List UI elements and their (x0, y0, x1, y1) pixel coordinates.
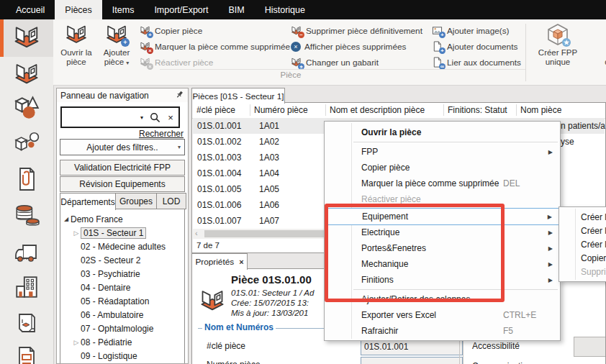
sidebar-item-reports[interactable] (0, 342, 53, 364)
column-header-finitions[interactable]: Finitions: Statut (448, 105, 507, 115)
room-add-icon: + (105, 23, 128, 46)
tab-import-export[interactable]: Import/Export (144, 0, 218, 19)
search-link[interactable]: Rechercher (139, 129, 184, 139)
show-deleted-button[interactable]: × Afficher pièces supprimées (291, 40, 406, 54)
search-box: ▾ × (60, 106, 180, 128)
submenu-item[interactable]: Créer li (560, 224, 606, 237)
add-documents-button[interactable]: + Ajouter documents (432, 40, 517, 54)
open-room-button[interactable]: Ouvrir la pièce (56, 22, 96, 83)
tab-historique[interactable]: Historique (255, 0, 315, 19)
expand-icon[interactable]: ▷ (72, 339, 81, 346)
ribbon-group-label: Pièce (269, 70, 312, 79)
tab-departements[interactable]: Départements (60, 193, 116, 210)
sidebar-item-buildings[interactable] (0, 270, 53, 305)
properties-tab[interactable]: Propriétés × (191, 253, 248, 270)
sidebar-item-rooms[interactable] (0, 19, 53, 57)
menu-item-export-excel[interactable]: Exporter vers ExcelCTRL+E (325, 307, 559, 323)
sidebar-item-finance[interactable] (0, 199, 53, 233)
sidebar-item-products[interactable] (0, 306, 53, 341)
column-header-name-desc[interactable]: Nom et description pièce (330, 105, 425, 115)
menu-item-open-room[interactable]: Ouvrir la pièce (325, 124, 559, 140)
sidebar-item-linked-items[interactable] (0, 127, 53, 161)
tree-item[interactable]: ▷01S - Secteur 1 (62, 226, 184, 240)
add-filters-dropdown[interactable]: Ajouter des filtres.. ▾ (60, 139, 185, 155)
reactivate-room-button[interactable]: × Réactiver pièce (140, 55, 213, 70)
rooms-table-tab[interactable]: Pièces [01S - Secteur 1] (191, 88, 285, 104)
tree-item[interactable]: 09 - Logistique (62, 349, 184, 363)
document-link-icon: ∞ (432, 57, 443, 68)
copy-room-button[interactable]: + Copier pièce (140, 24, 202, 38)
dropdown-arrow-icon: ▾ (178, 144, 181, 150)
package-icon (14, 310, 40, 338)
room-icon (65, 23, 88, 46)
column-header-key[interactable]: #clé pièce (196, 105, 235, 115)
tree-item-root[interactable]: ◢Demo France (62, 212, 184, 226)
submenu-arrow-icon: ▶ (548, 149, 553, 155)
add-images-button[interactable]: + Ajouter image(s) (432, 24, 510, 38)
tab-lod[interactable]: LOD (156, 193, 186, 209)
tree-item[interactable]: 03 - Psychiatrie (62, 267, 184, 281)
tree-item[interactable]: 06 - Ambulatoire (62, 308, 184, 322)
sidebar-item-logistics[interactable] (0, 236, 53, 270)
submenu-item[interactable]: Copier (560, 251, 606, 265)
cube-star-icon: ★ (546, 23, 569, 46)
field-label-number: Numéro pièce (207, 360, 261, 364)
menu-item-fpp[interactable]: FPP▶ (325, 144, 559, 160)
room-delete-icon: × (140, 41, 151, 53)
tree-item[interactable]: 02 - Médecine adultes (62, 240, 184, 253)
pin-icon[interactable] (175, 90, 184, 101)
room-subtitle-created: Crée: 15/07/2015 13: (231, 299, 309, 307)
column-header-number[interactable]: Numéro pièce (254, 105, 308, 115)
mark-deleted-button[interactable]: × Marquer la pièce comme supprimée (140, 40, 290, 54)
saved-filter-validation[interactable]: Validation Electricité FPP (60, 160, 185, 176)
change-template-button[interactable]: ± Changer un gabarit (291, 55, 379, 70)
create-fpp-button[interactable]: ★ Créer FPP unique (535, 22, 580, 83)
link-documents-button[interactable]: ∞ Lier aux documents (432, 55, 521, 70)
field-label-communication: Communication (472, 361, 532, 364)
scroll-left-icon[interactable]: ‹ (195, 229, 198, 237)
column-header-room-name[interactable]: Nom pièce (520, 105, 561, 115)
tab-bim[interactable]: BIM (218, 0, 254, 19)
image-add-icon: + (432, 25, 443, 37)
close-icon[interactable]: × (239, 258, 243, 266)
menu-item-copy-room[interactable]: Copier pièce (325, 160, 559, 176)
clear-search-icon[interactable]: × (163, 112, 178, 123)
add-room-label: Ajouter (104, 48, 130, 58)
department-tree: ◢Demo France ▷01S - Secteur 1 02 - Médec… (60, 209, 185, 364)
submenu-arrow-icon: ▶ (548, 214, 552, 220)
tree-item[interactable]: 02S - Secteur 2 (62, 253, 184, 267)
tab-items[interactable]: Items (102, 0, 145, 19)
create-from-template-button[interactable]: + Créer depuis g (583, 22, 606, 83)
search-input[interactable] (62, 108, 137, 127)
tree-item[interactable]: 07 - Ophtalmologie (62, 322, 184, 335)
accessibility-field[interactable] (574, 337, 606, 357)
collapse-icon[interactable]: ◢ (62, 216, 71, 222)
sidebar-item-attachments[interactable] (0, 163, 53, 197)
menu-item-refresh[interactable]: RafraichirF5 (325, 323, 559, 339)
delete-permanently-button[interactable]: − Supprimer pièce définitivement (291, 24, 422, 38)
search-icon[interactable] (147, 112, 163, 123)
ribbon-separator (525, 24, 526, 81)
tree-item[interactable]: 05 - Réadaptation (62, 294, 184, 308)
sidebar-item-items[interactable] (0, 91, 53, 125)
open-room-label2: pièce (66, 58, 86, 67)
tree-item[interactable]: 04 - Dentaire (62, 281, 184, 294)
tab-accueil[interactable]: Accueil (6, 0, 55, 19)
nav-panel-body: ▾ × Rechercher Ajouter des filtres.. ▾ V… (56, 102, 189, 364)
room-number-field[interactable] (361, 357, 463, 364)
expand-icon[interactable]: ▷ (72, 229, 81, 237)
menu-item-mark-deleted[interactable]: Marquer la pièce comme suppriméeDEL (325, 176, 559, 191)
submenu-item[interactable]: Créer li (560, 210, 606, 224)
dropdown-arrow-icon: ▾ (126, 60, 129, 66)
annotation-highlight-rectangle (325, 204, 505, 302)
tab-pieces[interactable]: Pièces (55, 0, 102, 19)
search-history-arrow-icon[interactable]: ▾ (137, 114, 147, 121)
submenu-item[interactable]: Créer li (560, 237, 606, 251)
app-window: Accueil Pièces Items Import/Export BIM H… (0, 0, 606, 364)
add-room-button[interactable]: + Ajouter pièce ▾ (96, 22, 137, 83)
sidebar-item-room-open[interactable] (0, 58, 53, 92)
room-icon (199, 288, 225, 316)
tree-item[interactable]: ▷08 - Pédiatrie (62, 335, 184, 349)
saved-filter-revision[interactable]: Révision Equipements (60, 176, 185, 192)
tab-groupes[interactable]: Groupes (115, 193, 157, 209)
